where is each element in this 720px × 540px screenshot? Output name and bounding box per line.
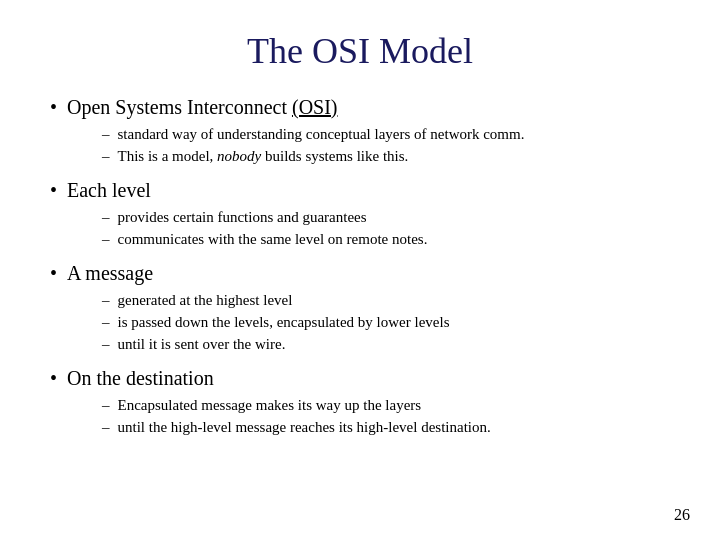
sub-text-level-2: communicates with the same level on remo…: [118, 229, 428, 250]
sub-bullet-msg-2: – is passed down the levels, encapsulate…: [102, 312, 670, 333]
bullet-text-a-message: A message: [67, 260, 153, 286]
sub-dash-8: –: [102, 395, 110, 416]
bullet-each-level: • Each level: [50, 177, 670, 203]
sub-text-msg-3: until it is sent over the wire.: [118, 334, 286, 355]
bullet-dot-4: •: [50, 368, 57, 388]
sub-bullet-dest-2: – until the high-level message reaches i…: [102, 417, 670, 438]
sub-text-dest-1: Encapsulated message makes its way up th…: [118, 395, 422, 416]
sub-bullet-level-2: – communicates with the same level on re…: [102, 229, 670, 250]
sub-bullet-msg-1: – generated at the highest level: [102, 290, 670, 311]
sub-bullet-osi-2: – This is a model, nobody builds systems…: [102, 146, 670, 167]
section-a-message: • A message – generated at the highest l…: [50, 260, 670, 355]
sub-text-osi-2: This is a model, nobody builds systems l…: [118, 146, 409, 167]
sub-text-osi-1: standard way of understanding conceptual…: [118, 124, 525, 145]
slide: The OSI Model • Open Systems Interconnec…: [0, 0, 720, 540]
sub-text-msg-2: is passed down the levels, encapsulated …: [118, 312, 450, 333]
sub-dash-7: –: [102, 334, 110, 355]
sub-dash-2: –: [102, 146, 110, 167]
bullet-open-systems: • Open Systems Interconnect (OSI): [50, 94, 670, 120]
sub-text-msg-1: generated at the highest level: [118, 290, 293, 311]
sub-bullet-msg-3: – until it is sent over the wire.: [102, 334, 670, 355]
sub-bullet-level-1: – provides certain functions and guarant…: [102, 207, 670, 228]
page-number: 26: [674, 506, 690, 524]
sub-bullet-osi-1: – standard way of understanding conceptu…: [102, 124, 670, 145]
sub-dash-9: –: [102, 417, 110, 438]
sub-bullets-destination: – Encapsulated message makes its way up …: [50, 395, 670, 438]
sub-text-dest-2: until the high-level message reaches its…: [118, 417, 491, 438]
sub-bullets-open-systems: – standard way of understanding conceptu…: [50, 124, 670, 167]
bullet-text-on-the-destination: On the destination: [67, 365, 214, 391]
bullet-on-the-destination: • On the destination: [50, 365, 670, 391]
bullet-dot-1: •: [50, 97, 57, 117]
bullet-a-message: • A message: [50, 260, 670, 286]
sub-dash-3: –: [102, 207, 110, 228]
slide-content: • Open Systems Interconnect (OSI) – stan…: [50, 94, 670, 510]
bullet-text-open-systems: Open Systems Interconnect (OSI): [67, 94, 338, 120]
sub-bullet-dest-1: – Encapsulated message makes its way up …: [102, 395, 670, 416]
sub-bullets-a-message: – generated at the highest level – is pa…: [50, 290, 670, 355]
sub-dash-4: –: [102, 229, 110, 250]
sub-dash-5: –: [102, 290, 110, 311]
sub-bullets-each-level: – provides certain functions and guarant…: [50, 207, 670, 250]
section-each-level: • Each level – provides certain function…: [50, 177, 670, 250]
bullet-dot-3: •: [50, 263, 57, 283]
sub-dash-6: –: [102, 312, 110, 333]
section-on-the-destination: • On the destination – Encapsulated mess…: [50, 365, 670, 438]
bullet-text-each-level: Each level: [67, 177, 151, 203]
sub-text-level-1: provides certain functions and guarantee…: [118, 207, 367, 228]
slide-title: The OSI Model: [50, 30, 670, 72]
sub-dash-1: –: [102, 124, 110, 145]
bullet-dot-2: •: [50, 180, 57, 200]
section-open-systems: • Open Systems Interconnect (OSI) – stan…: [50, 94, 670, 167]
